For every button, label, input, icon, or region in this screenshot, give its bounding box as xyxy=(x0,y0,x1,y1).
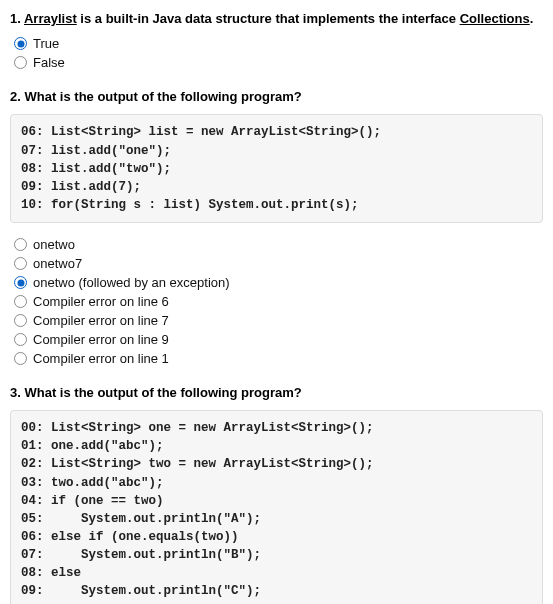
question-3: 3. What is the output of the following p… xyxy=(10,384,543,604)
question-3-text: 3. What is the output of the following p… xyxy=(10,384,543,402)
question-2-code: 06: List<String> list = new ArrayList<St… xyxy=(10,114,543,223)
question-2-text: 2. What is the output of the following p… xyxy=(10,88,543,106)
radio-icon[interactable] xyxy=(14,238,27,251)
question-1: 1. Arraylist is a built-in Java data str… xyxy=(10,10,543,70)
radio-icon[interactable] xyxy=(14,37,27,50)
radio-icon[interactable] xyxy=(14,333,27,346)
option-label: onetwo xyxy=(33,237,75,252)
question-2: 2. What is the output of the following p… xyxy=(10,88,543,366)
radio-icon[interactable] xyxy=(14,56,27,69)
option-row[interactable]: Compiler error on line 7 xyxy=(14,313,543,328)
radio-icon[interactable] xyxy=(14,257,27,270)
option-label: True xyxy=(33,36,59,51)
option-row[interactable]: onetwo xyxy=(14,237,543,252)
option-label: Compiler error on line 7 xyxy=(33,313,169,328)
option-row[interactable]: Compiler error on line 9 xyxy=(14,332,543,347)
radio-icon[interactable] xyxy=(14,276,27,289)
radio-icon[interactable] xyxy=(14,295,27,308)
option-row[interactable]: Compiler error on line 6 xyxy=(14,294,543,309)
option-label: Compiler error on line 1 xyxy=(33,351,169,366)
question-1-options: True False xyxy=(10,36,543,70)
radio-icon[interactable] xyxy=(14,314,27,327)
question-3-code: 00: List<String> one = new ArrayList<Str… xyxy=(10,410,543,604)
question-1-term-arraylist: Arraylist xyxy=(24,11,77,26)
option-row[interactable]: onetwo7 xyxy=(14,256,543,271)
question-1-term-collections: Collections xyxy=(460,11,530,26)
question-1-tail: . xyxy=(530,11,534,26)
question-1-number: 1. xyxy=(10,11,21,26)
radio-icon[interactable] xyxy=(14,352,27,365)
question-2-number: 2. xyxy=(10,89,21,104)
option-row[interactable]: onetwo (followed by an exception) xyxy=(14,275,543,290)
option-label: False xyxy=(33,55,65,70)
option-label: onetwo (followed by an exception) xyxy=(33,275,230,290)
option-label: onetwo7 xyxy=(33,256,82,271)
question-3-prompt: What is the output of the following prog… xyxy=(24,385,301,400)
question-2-options: onetwo onetwo7 onetwo (followed by an ex… xyxy=(10,237,543,366)
option-label: Compiler error on line 9 xyxy=(33,332,169,347)
question-2-prompt: What is the output of the following prog… xyxy=(24,89,301,104)
option-row[interactable]: Compiler error on line 1 xyxy=(14,351,543,366)
option-row[interactable]: True xyxy=(14,36,543,51)
question-3-number: 3. xyxy=(10,385,21,400)
option-label: Compiler error on line 6 xyxy=(33,294,169,309)
question-1-mid: is a built-in Java data structure that i… xyxy=(77,11,460,26)
option-row[interactable]: False xyxy=(14,55,543,70)
question-1-text: 1. Arraylist is a built-in Java data str… xyxy=(10,10,543,28)
